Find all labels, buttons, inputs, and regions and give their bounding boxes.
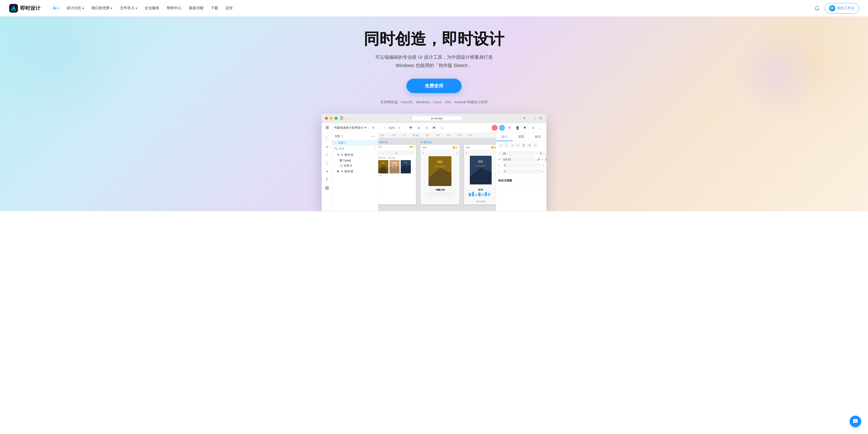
chevron-down-icon: [82, 8, 84, 9]
titlebar-icon-btn-4[interactable]: ⧉: [539, 116, 543, 121]
layer-item-image[interactable]: 🖼 6.jpeg: [332, 158, 378, 163]
props-w-input[interactable]: [501, 157, 536, 162]
props-corner-row: ◯ ⊞: [498, 169, 544, 174]
canvas-frame-shelf[interactable]: 9:41 📶🔋 🔍 我的书架: [378, 145, 416, 204]
align-top-button[interactable]: ⊥: [516, 143, 521, 148]
toolbar-project-name[interactable]: 书籍阅读类小程序设计: [332, 125, 369, 131]
logo-link[interactable]: 即时设计: [9, 4, 40, 12]
props-align-row: ⊢ ⊣ ⊤ ⊥ ⊕ ⊞ ⋯: [496, 141, 546, 149]
editor-body: ↖ ⊡ / △ ◉ T 🖼 页数: 1 + ⋮: [322, 133, 546, 211]
toolbar-minus-button[interactable]: −: [381, 125, 388, 131]
layer-item-group-1[interactable]: ▼ ◈ 整页/否: [332, 152, 378, 158]
toolbar-frame-button[interactable]: ⊡: [423, 125, 430, 131]
canvas-frame-intro[interactable]: 9:41 📶🔋 ‹ ↗ IRE: [421, 145, 460, 204]
toolbar-menu-button[interactable]: ☰: [324, 125, 331, 131]
expand-corner-button[interactable]: ⊞: [542, 170, 544, 173]
tool-fill[interactable]: ◉: [323, 168, 331, 175]
nav-item-advantages[interactable]: 我们的优势: [88, 4, 116, 12]
tool-frame[interactable]: ⊡: [323, 143, 331, 151]
nav-item-enterprise[interactable]: 企业服务: [142, 4, 162, 12]
tool-text[interactable]: T: [323, 176, 331, 183]
toolbar-square-button[interactable]: □: [439, 125, 445, 131]
layer-item-rect[interactable]: ⬜ 矩形 8: [332, 163, 378, 169]
toolbar-user-button[interactable]: 👤: [514, 125, 521, 131]
props-y-input[interactable]: [539, 151, 547, 156]
nav-item-features[interactable]: 最新功能: [186, 4, 207, 12]
nav-item-download[interactable]: 下载: [208, 4, 221, 12]
titlebar-icon-btn-2[interactable]: ↑: [529, 116, 531, 121]
nav-item-pricing[interactable]: 定价: [222, 4, 236, 12]
props-x-input[interactable]: [501, 151, 535, 156]
align-left-button[interactable]: ⊢: [498, 143, 503, 148]
tool-pen[interactable]: /: [323, 152, 331, 159]
props-tab-notes[interactable]: 标注: [529, 133, 546, 141]
more-align-button[interactable]: ⋯: [533, 143, 538, 148]
nav-item-help[interactable]: 帮助中心: [163, 4, 185, 12]
nav-item-community[interactable]: 设计社区: [63, 4, 87, 12]
canvas-frame-label-shelf: ◈ 整页/否: [378, 141, 388, 144]
props-tab-design[interactable]: 设计: [496, 133, 513, 141]
editor-canvas[interactable]: -300 -200 -25 72.63 200 300 400 500 600: [378, 133, 496, 211]
nav-item-import[interactable]: 文件导入: [117, 4, 141, 12]
toolbar-grid-button[interactable]: ⊞: [415, 125, 422, 131]
page-item-1[interactable]: ✓ 页面 1: [332, 140, 378, 146]
layer-add-button[interactable]: +: [371, 135, 373, 138]
tool-triangle[interactable]: △: [323, 160, 331, 167]
goto-workspace-button[interactable]: 前往工作台: [825, 3, 859, 13]
toolbar-right: ⊕ 👤 ▶ ⊟ ✓: [492, 125, 544, 131]
toolbar-sun-button[interactable]: ☀: [370, 125, 376, 131]
props-h-input[interactable]: [544, 157, 547, 162]
layer-search-bar[interactable]: 🔍 搜索... ≡: [332, 146, 378, 152]
lock-ratio-icon[interactable]: 🔗: [537, 158, 540, 161]
props-h-label: H: [541, 158, 543, 161]
props-tab-prototype[interactable]: 原型: [513, 133, 529, 141]
titlebar-icon-btn-1[interactable]: ⊕: [523, 115, 526, 121]
titlebar-icons: ⊕ ↑ + ⧉: [523, 115, 543, 121]
notification-button[interactable]: [813, 4, 821, 12]
flip-v-button[interactable]: ⇅: [542, 164, 544, 167]
titlebar-sidebar-toggle[interactable]: ☰: [339, 115, 344, 121]
titlebar-forward-button[interactable]: ›: [349, 116, 351, 121]
canvas-frame-shelf-wrap: ◈ 整页/否 9:41 📶🔋: [378, 145, 416, 204]
flip-h-button[interactable]: ⇄: [540, 164, 542, 167]
toolbar-plus-button[interactable]: +: [396, 125, 403, 131]
svg-text:响应式调整: 响应式调整: [476, 200, 485, 203]
toolbar-component-button[interactable]: ◈: [408, 125, 414, 131]
chevron-down-icon: [57, 8, 59, 9]
toolbar-scissors-button[interactable]: ✂: [431, 125, 437, 131]
toolbar-play-button[interactable]: ▶: [522, 125, 528, 131]
titlebar-url-bar[interactable]: js.design: [412, 115, 462, 121]
editor-window: ☰ ‹ › js.design ⊕ ↑ + ⧉ ☰ 书籍阅读类: [321, 113, 547, 211]
align-right-button[interactable]: ⊤: [510, 143, 515, 148]
workspace-avatar: [829, 5, 835, 11]
props-corner-input[interactable]: [503, 169, 542, 174]
layer-panel: 页数: 1 + ⋮ ✓ 页面 1 🔍 搜索... ≡: [332, 133, 378, 211]
props-rotation-row: C ⇄ ⇅: [498, 163, 544, 168]
layer-options-button[interactable]: ⋮: [374, 135, 376, 138]
layer-item-group-2[interactable]: ▶ ◈ 整页/是: [332, 169, 378, 174]
svg-rect-43: [485, 192, 487, 196]
nav-item-ai[interactable]: Ai: [50, 5, 62, 12]
traffic-light-yellow: [330, 117, 333, 120]
align-center-v-button[interactable]: ⊕: [521, 143, 526, 148]
toolbar-check-button[interactable]: ✓: [537, 125, 544, 131]
svg-rect-42: [482, 193, 484, 196]
canvas-frame-read[interactable]: 9:41 📶🔋 ‹ IRE FIRE & BLOOD: [464, 145, 496, 204]
titlebar-icon-btn-3[interactable]: +: [533, 116, 536, 121]
free-use-button[interactable]: 免费使用: [406, 79, 462, 93]
titlebar-back-button[interactable]: ‹: [346, 116, 348, 121]
phone-search-bar[interactable]: 🔍: [378, 151, 414, 155]
navbar: 即时设计 Ai 设计社区 我们的优势 文件导入 企业服务 帮助中心 最新功能 下…: [0, 0, 868, 16]
responsive-expand-button[interactable]: −: [542, 179, 544, 182]
tool-image[interactable]: 🖼: [323, 185, 331, 192]
align-center-h-button[interactable]: ⊣: [504, 143, 509, 148]
properties-panel: 设计 原型 标注 ⊢ ⊣ ⊤ ⊥: [496, 133, 546, 211]
distribute-button[interactable]: ⊞: [527, 143, 532, 148]
props-rotation-input[interactable]: [503, 163, 539, 168]
svg-rect-25: [425, 193, 455, 193]
toolbar-layout-button[interactable]: ⊟: [530, 125, 536, 131]
hero-title: 同时创造，即时设计: [364, 30, 504, 47]
toolbar-share-button[interactable]: ⊕: [506, 125, 513, 131]
svg-rect-8: [390, 167, 400, 173]
tool-move[interactable]: ↖: [323, 135, 331, 142]
